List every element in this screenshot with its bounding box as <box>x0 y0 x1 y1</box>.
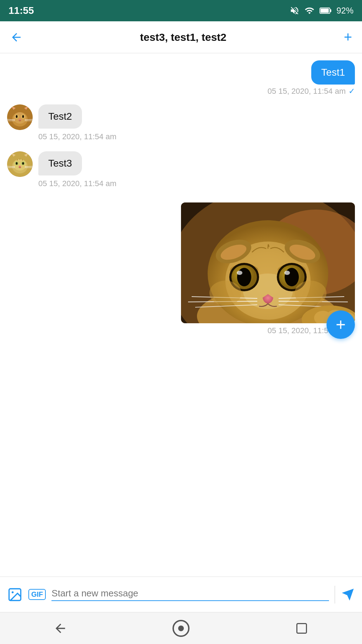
svg-point-5 <box>13 112 26 124</box>
bubble-in-2: Test2 <box>38 104 82 129</box>
send-button[interactable] <box>341 588 355 602</box>
input-bar: GIF <box>0 577 362 612</box>
message-outgoing-1: Test1 05 15, 2020, 11:54 am ✓ <box>7 60 355 96</box>
wifi-icon <box>304 6 315 16</box>
svg-rect-1 <box>330 9 331 12</box>
svg-point-69 <box>209 281 241 305</box>
messages-area: Test1 05 15, 2020, 11:54 am ✓ <box>0 53 362 577</box>
svg-point-54 <box>237 271 242 275</box>
avatar-test2 <box>7 104 33 130</box>
battery-percentage: 92% <box>336 6 353 16</box>
message-incoming-2: Test2 05 15, 2020, 11:54 am <box>7 104 355 141</box>
gif-button[interactable]: GIF <box>28 589 46 600</box>
back-button[interactable] <box>10 31 23 44</box>
message-input[interactable] <box>51 588 329 599</box>
svg-point-57 <box>285 268 299 286</box>
svg-rect-75 <box>297 623 307 633</box>
nav-home-button[interactable] <box>170 618 192 639</box>
avatar-test3 <box>7 151 33 177</box>
header: test3, test1, test2 + <box>0 21 362 53</box>
svg-point-25 <box>22 162 24 165</box>
timestamp-in-3: 05 15, 2020, 11:54 am <box>38 179 355 188</box>
status-bar: 11:55 92% <box>0 0 362 21</box>
svg-point-74 <box>178 626 184 631</box>
svg-point-23 <box>16 162 18 165</box>
timestamp-in-2: 05 15, 2020, 11:54 am <box>38 132 355 141</box>
message-image-4: 05 15, 2020, 11:54 am ✓ <box>7 202 355 335</box>
svg-point-70 <box>295 281 327 305</box>
svg-point-58 <box>284 271 290 275</box>
input-divider <box>335 586 335 604</box>
nav-recents-button[interactable] <box>291 618 312 639</box>
add-button[interactable]: + <box>344 29 352 45</box>
timestamp-out-1: 05 15, 2020, 11:54 am ✓ <box>268 87 355 96</box>
message-input-wrap <box>51 588 329 601</box>
svg-point-72 <box>12 591 14 593</box>
status-icons: 92% <box>290 6 353 16</box>
conversation-title: test3, test1, test2 <box>23 31 344 43</box>
fab-add-button[interactable] <box>327 310 355 339</box>
image-attach-button[interactable] <box>7 587 23 602</box>
bubble-in-3: Test3 <box>38 151 82 175</box>
bottom-nav <box>0 612 362 644</box>
nav-back-button[interactable] <box>50 618 71 639</box>
svg-rect-2 <box>320 9 329 13</box>
svg-point-9 <box>22 115 24 118</box>
svg-point-26 <box>19 166 21 167</box>
message-incoming-3: Test3 05 15, 2020, 11:54 am <box>7 151 355 188</box>
svg-point-53 <box>237 268 251 286</box>
checkmark-1: ✓ <box>349 87 355 96</box>
svg-point-7 <box>16 115 18 118</box>
battery-icon <box>319 6 332 16</box>
bubble-out-1: Test1 <box>311 60 355 85</box>
svg-point-21 <box>13 159 26 171</box>
cat-image <box>181 202 355 323</box>
svg-point-10 <box>19 119 21 120</box>
mute-icon <box>290 6 300 16</box>
status-time: 11:55 <box>9 5 34 16</box>
